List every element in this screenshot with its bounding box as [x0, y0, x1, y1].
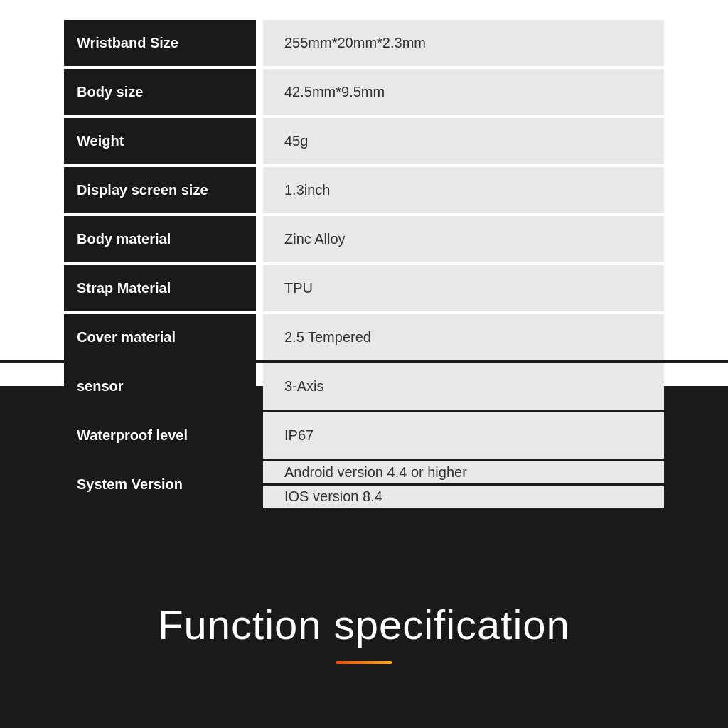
- page-wrapper: Wristband Size 255mm*20mm*2.3mm Body siz…: [0, 0, 728, 728]
- label-body-material: Body material: [64, 216, 256, 262]
- value-sensor: 3-Axis: [263, 363, 664, 410]
- label-weight: Weight: [64, 118, 256, 164]
- label-cover: Cover material: [64, 314, 256, 360]
- spec-row-weight: Weight 45g: [64, 118, 664, 164]
- specs-white: Wristband Size 255mm*20mm*2.3mm Body siz…: [64, 20, 664, 360]
- transition-section: sensor 3-Axis: [0, 363, 728, 410]
- label-display: Display screen size: [64, 167, 256, 213]
- spec-row-system: System Version Android version 4.4 or hi…: [64, 461, 664, 508]
- system-values: Android version 4.4 or higher IOS versio…: [263, 461, 664, 508]
- spec-row-cover: Cover material 2.5 Tempered: [64, 314, 664, 360]
- value-body-material: Zinc Alloy: [263, 216, 664, 262]
- value-body-size: 42.5mm*9.5mm: [263, 69, 664, 115]
- label-sensor: sensor: [64, 363, 256, 410]
- white-section: Wristband Size 255mm*20mm*2.3mm Body siz…: [0, 0, 728, 360]
- value-waterproof: IP67: [263, 412, 664, 459]
- label-strap: Strap Material: [64, 265, 256, 311]
- value-strap: TPU: [263, 265, 664, 311]
- value-android: Android version 4.4 or higher: [263, 461, 664, 483]
- spec-row-sensor: sensor 3-Axis: [64, 363, 664, 410]
- label-waterproof: Waterproof level: [64, 412, 256, 459]
- label-body-size: Body size: [64, 69, 256, 115]
- value-weight: 45g: [263, 118, 664, 164]
- value-display: 1.3inch: [263, 167, 664, 213]
- function-title: Function specification: [158, 601, 570, 648]
- label-system: System Version: [64, 461, 256, 508]
- dark-section: Waterproof level IP67 System Version And…: [0, 410, 728, 508]
- function-section: Function specification: [0, 508, 728, 728]
- label-wristband: Wristband Size: [64, 20, 256, 66]
- spec-row-waterproof: Waterproof level IP67: [64, 412, 664, 459]
- value-ios: IOS version 8.4: [263, 486, 664, 508]
- specs-dark: Waterproof level IP67 System Version And…: [64, 412, 664, 508]
- spec-row-wristband: Wristband Size 255mm*20mm*2.3mm: [64, 20, 664, 66]
- spec-row-body-material: Body material Zinc Alloy: [64, 216, 664, 262]
- spec-row-strap: Strap Material TPU: [64, 265, 664, 311]
- value-wristband: 255mm*20mm*2.3mm: [263, 20, 664, 66]
- spec-row-body-size: Body size 42.5mm*9.5mm: [64, 69, 664, 115]
- spec-row-display: Display screen size 1.3inch: [64, 167, 664, 213]
- value-cover: 2.5 Tempered: [263, 314, 664, 360]
- function-underline: [336, 661, 392, 664]
